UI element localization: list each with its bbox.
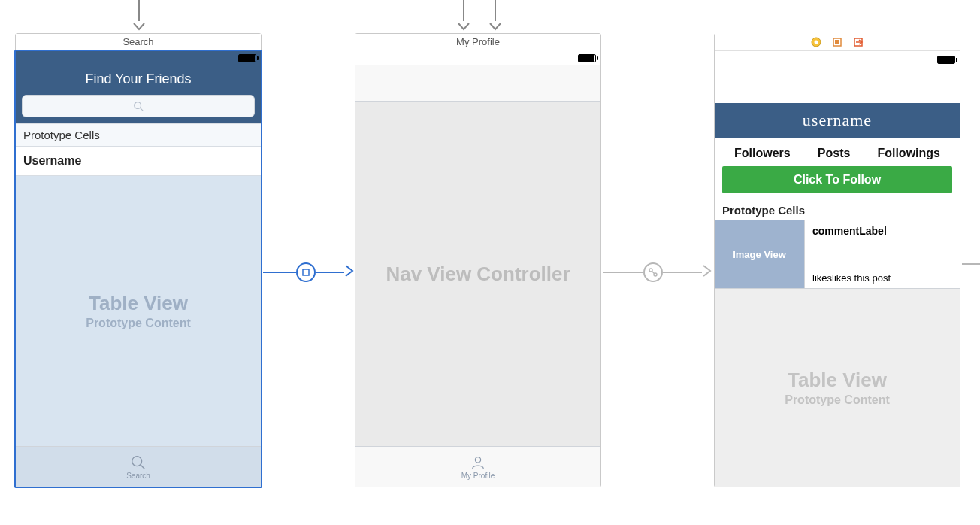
- section-header: Prototype Cells: [16, 123, 261, 147]
- followers-label[interactable]: Followers: [734, 147, 791, 160]
- placeholder-title: Table View: [89, 292, 188, 315]
- table-view-placeholder[interactable]: Table View Prototype Content: [715, 289, 960, 487]
- view-controller-icon: [811, 37, 821, 47]
- placeholder-subtitle: Prototype Content: [785, 393, 890, 407]
- storyboard-canvas[interactable]: Search Find Your Friends Prototype Cells: [0, 0, 980, 525]
- svg-line-1: [141, 108, 144, 111]
- cell-label: Username: [23, 154, 81, 167]
- placeholder-subtitle: Prototype Content: [86, 317, 191, 330]
- svg-line-3: [141, 464, 145, 469]
- nav-title: Find Your Friends: [85, 71, 191, 86]
- battery-icon: [937, 56, 955, 64]
- scene-title-bar[interactable]: Search: [16, 34, 261, 50]
- svg-point-10: [815, 40, 818, 44]
- nav-controller-body: Nav View Controller: [355, 102, 600, 446]
- svg-point-7: [654, 273, 657, 276]
- stats-row: Followers Posts Followings: [715, 138, 960, 166]
- tab-label: My Profile: [461, 472, 495, 480]
- follow-button[interactable]: Click To Follow: [722, 166, 952, 193]
- segue-presentation-icon: [296, 262, 316, 282]
- tab-bar[interactable]: My Profile: [355, 446, 600, 487]
- search-bar-container: [16, 95, 261, 123]
- scene-title-label: Search: [122, 36, 153, 47]
- likes-label: likeslikes this post: [812, 272, 952, 284]
- scene-my-profile-nav[interactable]: My Profile Nav View Controller My Profil…: [355, 33, 601, 487]
- search-icon: [133, 101, 144, 111]
- status-bar: [355, 50, 600, 65]
- status-bar: [715, 52, 960, 67]
- image-view[interactable]: Image View: [715, 220, 805, 288]
- battery-icon: [578, 54, 596, 62]
- followings-label[interactable]: Followings: [877, 147, 940, 160]
- svg-point-0: [135, 102, 141, 109]
- svg-rect-4: [303, 269, 309, 275]
- battery-icon: [238, 54, 256, 62]
- svg-rect-12: [835, 40, 839, 44]
- segue-nav-to-profile[interactable]: [603, 262, 714, 282]
- segue-search-to-profile[interactable]: [263, 262, 355, 282]
- exit-icon: [853, 37, 864, 47]
- search-icon: [130, 454, 147, 471]
- placeholder-title: Table View: [788, 369, 887, 392]
- tab-label: Search: [126, 472, 150, 480]
- search-field[interactable]: [22, 95, 255, 117]
- incoming-segue-arrow: [457, 0, 470, 35]
- status-bar: [16, 50, 261, 65]
- table-view-placeholder[interactable]: Table View Prototype Content: [16, 176, 261, 446]
- tab-bar[interactable]: Search: [16, 446, 261, 487]
- prototype-cell-username[interactable]: Username: [16, 147, 261, 176]
- svg-point-5: [475, 457, 480, 462]
- incoming-segue-arrow: [488, 0, 502, 35]
- username-label: username: [803, 111, 872, 129]
- scene-title-label: My Profile: [456, 36, 500, 47]
- incoming-segue-arrow: [132, 0, 146, 35]
- svg-line-8: [652, 272, 655, 274]
- prototype-post-cell[interactable]: Image View commentLabel likeslikes this …: [715, 220, 960, 289]
- posts-label[interactable]: Posts: [818, 147, 851, 160]
- navigation-bar[interactable]: [355, 65, 600, 102]
- segue-relationship-icon: [643, 262, 663, 282]
- profile-icon: [470, 454, 486, 471]
- scene-object-icons[interactable]: [715, 33, 960, 51]
- svg-point-6: [649, 269, 652, 272]
- scene-title-bar[interactable]: My Profile: [355, 34, 600, 50]
- first-responder-icon: [832, 37, 842, 47]
- comment-label: commentLabel: [812, 225, 952, 237]
- scene-search[interactable]: Search Find Your Friends Prototype Cells: [15, 33, 262, 487]
- prototype-cells-header: Prototype Cells: [715, 199, 960, 220]
- outgoing-segue-arrow: [962, 263, 980, 265]
- username-banner: username: [715, 103, 960, 138]
- svg-point-2: [132, 456, 142, 466]
- navigation-bar[interactable]: Find Your Friends: [16, 65, 261, 95]
- nav-bar-spacer: [715, 67, 960, 103]
- scene-profile-detail[interactable]: username Followers Posts Followings Clic…: [714, 33, 960, 487]
